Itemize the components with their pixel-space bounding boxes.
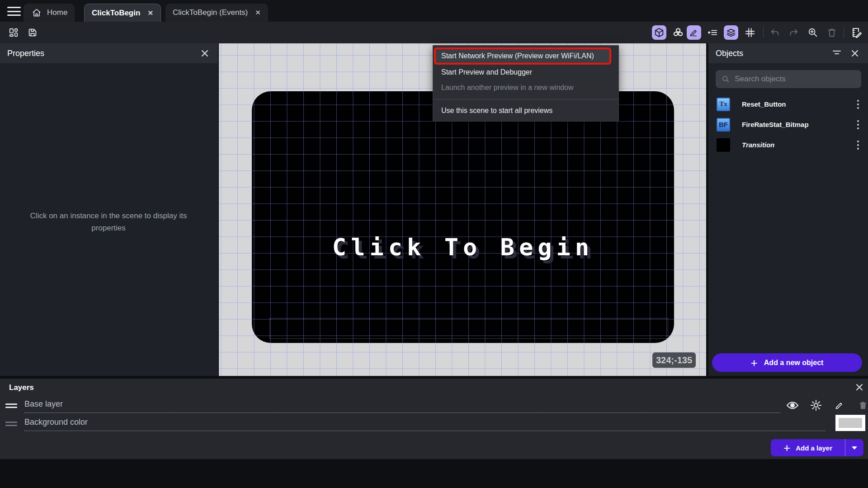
- close-icon[interactable]: [199, 47, 211, 59]
- stacked-cubes-icon: [673, 27, 684, 38]
- menu-item-start-network-preview[interactable]: Start Network Preview (Preview over WiFi…: [434, 47, 611, 65]
- tab-clicktobegin-events[interactable]: ClickToBegin (Events) ✕: [165, 4, 268, 22]
- home-icon: [31, 7, 42, 19]
- filter-icon[interactable]: [831, 47, 843, 59]
- undo-button[interactable]: [768, 25, 782, 40]
- layers-panel-title: Layers: [9, 383, 34, 392]
- layout-panes-icon[interactable]: [6, 25, 21, 40]
- properties-panel: Properties Click on an instance in the s…: [0, 43, 218, 376]
- preview-options-menu: Start Network Preview (Preview over WiFi…: [433, 45, 619, 122]
- close-tab-icon[interactable]: ✕: [147, 9, 153, 17]
- edit-layer-pencil-icon[interactable]: [833, 399, 846, 412]
- bitmap-object-icon: BF: [717, 118, 730, 131]
- tab-label: ClickToBegin: [92, 9, 140, 18]
- object-name: FireRateStat_Bitmap: [742, 121, 842, 128]
- layers-icon: [726, 28, 736, 38]
- plus-icon: +: [783, 442, 790, 454]
- divider: [763, 27, 764, 38]
- object-name: Transition: [742, 141, 842, 149]
- cursor-coordinates-badge: 324;-135: [652, 352, 696, 368]
- gdevelop-app: Home ClickToBegin ✕ ClickToBegin (Events…: [0, 0, 868, 488]
- objects-panel-header: Objects: [708, 43, 868, 63]
- cube-icon: [654, 28, 664, 38]
- tab-home[interactable]: Home: [24, 4, 75, 22]
- menu-item-start-preview-debugger[interactable]: Start Preview and Debugger: [433, 65, 618, 80]
- menu-item-launch-another-preview: Launch another preview in a new window: [433, 80, 618, 95]
- toggle-instances-editor-button[interactable]: [652, 25, 666, 40]
- properties-panel-header: Properties: [0, 43, 218, 63]
- scene-title-text: Click To Begin: [252, 234, 674, 261]
- save-icon[interactable]: [25, 25, 40, 40]
- plus-icon: +: [751, 357, 758, 369]
- redo-icon: [789, 28, 799, 38]
- menu-item-use-scene-start-previews[interactable]: Use this scene to start all previews: [433, 103, 618, 118]
- objects-panel: Objects Tx Reset_Button BF FireRateStat_…: [708, 43, 868, 376]
- visibility-eye-icon[interactable]: [786, 399, 799, 412]
- sprite-object-icon: [717, 138, 730, 152]
- text-object-icon: Tx: [717, 98, 730, 111]
- layer-row-base-layer[interactable]: Base layer: [0, 397, 868, 415]
- layer-effects-icon[interactable]: [809, 399, 823, 412]
- menu-item-label: Start Network Preview (Preview over WiFi…: [441, 52, 594, 60]
- drag-handle-icon[interactable]: [5, 404, 17, 408]
- grid-icon: [745, 28, 755, 38]
- layers-panel: Layers Base layer: [0, 379, 868, 459]
- add-layer-dropdown-button[interactable]: [845, 446, 863, 450]
- close-icon[interactable]: [854, 381, 865, 393]
- delete-layer-trash-icon[interactable]: [856, 399, 868, 412]
- divider: [844, 27, 844, 38]
- add-layer-label: Add a layer: [796, 444, 832, 452]
- search-objects-input[interactable]: [735, 75, 855, 84]
- delete-button[interactable]: [825, 25, 839, 40]
- base-layer-actions: [786, 399, 868, 412]
- grid-settings-icon[interactable]: [743, 25, 757, 40]
- object-row-fireratestat-bitmap[interactable]: BF FireRateStat_Bitmap: [708, 114, 868, 135]
- drag-handle-icon[interactable]: [5, 422, 17, 426]
- objects-panel-title: Objects: [716, 49, 743, 58]
- zoom-button[interactable]: [806, 25, 820, 40]
- trash-icon: [827, 28, 837, 38]
- add-new-object-button[interactable]: + Add a new object: [712, 353, 862, 372]
- tab-bar: Home ClickToBegin ✕ ClickToBegin (Events…: [0, 0, 868, 22]
- object-row-reset-button[interactable]: Tx Reset_Button: [708, 94, 868, 114]
- properties-empty-message: Click on an instance in the scene to dis…: [14, 210, 203, 234]
- layer-row-background-color[interactable]: Background color: [0, 415, 868, 433]
- pencil-icon: [689, 28, 698, 37]
- search-objects-box[interactable]: [716, 70, 861, 88]
- menu-separator: [433, 99, 618, 99]
- grid-overlay: [252, 91, 674, 343]
- background-color-swatch[interactable]: [835, 415, 865, 431]
- menu-item-label: Launch another preview in a new window: [441, 84, 574, 92]
- object-row-transition[interactable]: Transition: [708, 135, 868, 155]
- kebab-menu-icon[interactable]: [854, 139, 863, 151]
- menu-item-label: Start Preview and Debugger: [441, 68, 532, 76]
- open-instances-list-button[interactable]: [705, 25, 720, 40]
- close-tab-icon[interactable]: ✕: [255, 9, 261, 17]
- zoom-in-icon: [808, 28, 818, 38]
- object-name: Reset_Button: [742, 100, 842, 108]
- tab-label: Home: [47, 8, 67, 17]
- add-layer-button[interactable]: + Add a layer: [771, 439, 863, 456]
- menu-item-label: Use this scene to start all previews: [441, 107, 552, 115]
- kebab-menu-icon[interactable]: [854, 98, 863, 111]
- tab-label: ClickToBegin (Events): [173, 8, 248, 17]
- tab-clicktobegin[interactable]: ClickToBegin ✕: [84, 4, 161, 22]
- open-layers-panel-button[interactable]: [724, 25, 738, 40]
- edit-scene-properties-button[interactable]: [849, 25, 863, 40]
- add-object-label: Add a new object: [764, 359, 824, 367]
- layer-name-field[interactable]: Base layer: [24, 399, 780, 413]
- redo-button[interactable]: [787, 25, 801, 40]
- instance-bounds-outline: [269, 318, 668, 339]
- instances-list-icon: [708, 28, 717, 38]
- layer-name-field[interactable]: Background color: [24, 417, 826, 431]
- game-window-rect[interactable]: Click To Begin: [252, 91, 674, 343]
- open-properties-panel-button[interactable]: [687, 25, 701, 40]
- undo-icon: [770, 28, 780, 38]
- open-objects-panel-button[interactable]: [671, 25, 685, 40]
- scene-toolbar: Preview Publish: [0, 22, 868, 43]
- properties-panel-title: Properties: [7, 49, 44, 58]
- search-icon: [722, 75, 729, 83]
- kebab-menu-icon[interactable]: [854, 118, 863, 131]
- close-icon[interactable]: [849, 47, 861, 59]
- project-manager-menu-icon[interactable]: [6, 5, 22, 17]
